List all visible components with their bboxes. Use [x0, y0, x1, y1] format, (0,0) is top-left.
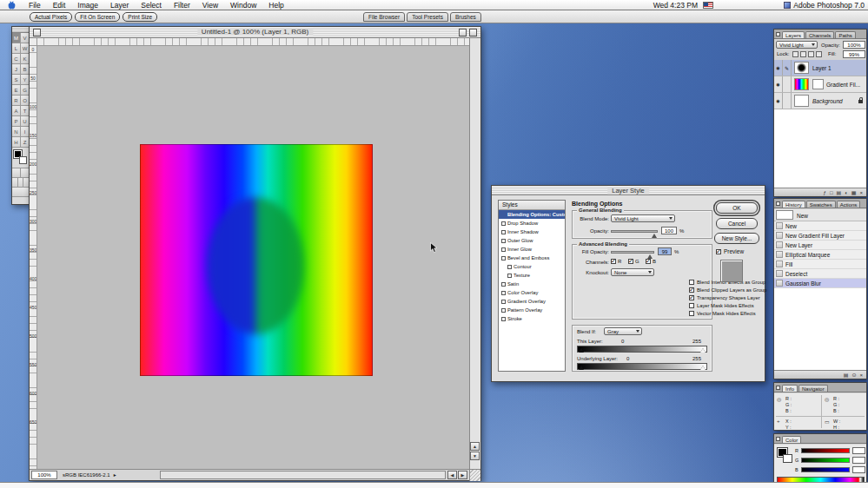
blend-if-dropdown[interactable]: Gray — [604, 327, 642, 335]
blur-tool[interactable]: R — [12, 96, 21, 106]
green-value-field[interactable] — [852, 457, 865, 464]
history-step[interactable]: New Gradient Fill Layer — [774, 231, 866, 241]
lock-image-button[interactable] — [800, 51, 806, 57]
channel-r-checkbox[interactable] — [611, 259, 616, 264]
opacity-slider-thumb[interactable] — [652, 234, 657, 238]
fill-opacity-slider[interactable] — [611, 251, 654, 254]
palette-close-box[interactable] — [776, 437, 780, 441]
style-checkbox[interactable] — [507, 265, 512, 269]
option-checkbox[interactable] — [689, 287, 694, 293]
lock-all-button[interactable] — [816, 51, 822, 57]
style-checkbox[interactable] — [501, 230, 506, 234]
healing-brush-tool[interactable]: J — [12, 64, 21, 75]
blending-option-row[interactable]: Layer Mask Hides Effects — [689, 303, 754, 308]
ok-button[interactable]: OK — [716, 202, 758, 214]
style-checkbox[interactable] — [501, 239, 506, 243]
options-bar-button[interactable]: Print Size — [123, 12, 157, 22]
history-step[interactable]: New — [774, 221, 866, 231]
style-checkbox[interactable] — [507, 274, 512, 278]
new-layer-button[interactable]: ▦ — [851, 189, 857, 195]
image-artwork[interactable] — [140, 144, 373, 376]
collapse-box[interactable] — [459, 29, 467, 36]
blending-option-row[interactable]: Vector Mask Hides Effects — [689, 311, 756, 316]
option-checkbox[interactable] — [689, 303, 694, 308]
layer-row-layer1[interactable]: ◉ ✎ Layer 1 — [774, 60, 866, 76]
status-info-area[interactable]: sRGB IEC61966-2.1 ► — [63, 471, 117, 479]
horizontal-scrollbar[interactable] — [160, 471, 446, 479]
layers-blend-mode-dropdown[interactable]: Vivid Light — [776, 41, 818, 49]
window-resize-grip[interactable] — [469, 470, 480, 481]
new-style-button[interactable]: New Style... — [714, 233, 759, 244]
channel-b-checkbox[interactable] — [646, 259, 651, 264]
background-color-swatch[interactable] — [783, 454, 792, 463]
channel-g-checkbox[interactable] — [628, 259, 633, 264]
visibility-eye-icon[interactable]: ◉ — [774, 93, 783, 109]
link-column[interactable] — [783, 76, 792, 92]
palette-well-tab[interactable]: Brushes — [450, 12, 481, 22]
document-titlebar[interactable]: Untitled-1 @ 100% (Layer 1, RGB) — [30, 27, 480, 38]
eraser-tool[interactable]: E — [12, 85, 21, 96]
style-checkbox[interactable] — [501, 221, 506, 226]
lock-position-button[interactable] — [808, 51, 814, 57]
apple-menu[interactable] — [0, 1, 23, 10]
layers-opacity-field[interactable]: 100% — [843, 41, 865, 49]
fill-opacity-value-field[interactable]: 99 — [658, 247, 672, 255]
red-value-field[interactable] — [852, 447, 865, 454]
this-layer-ramp[interactable] — [577, 346, 707, 353]
snapshot-row[interactable]: New — [774, 209, 866, 221]
tab-channels[interactable]: Channels — [805, 31, 834, 38]
history-step[interactable]: Fill — [774, 260, 866, 269]
style-checkbox[interactable] — [501, 247, 506, 252]
crop-tool[interactable]: C — [12, 54, 21, 64]
keyboard-flag-icon[interactable] — [703, 2, 713, 9]
fullscreen-menubar-mode-button[interactable] — [18, 178, 24, 187]
zoom-box[interactable] — [469, 29, 477, 36]
opacity-value-field[interactable]: 100 — [661, 227, 677, 234]
notes-tool[interactable]: N — [12, 127, 21, 137]
underlying-layer-ramp[interactable] — [577, 363, 707, 370]
palette-well-tab[interactable]: File Browser — [363, 12, 405, 22]
layer-style-list-item[interactable]: Inner Shadow — [499, 228, 565, 236]
hand-tool[interactable]: H — [12, 137, 21, 148]
blending-option-row[interactable]: Blend Clipped Layers as Group — [689, 287, 767, 293]
layer-effects-button[interactable]: ƒ — [824, 190, 826, 195]
snapshot-name[interactable]: New — [797, 213, 808, 219]
layer-style-list-item[interactable]: Blending Options: Custom — [499, 210, 565, 219]
layer1-thumbnail[interactable] — [794, 62, 809, 74]
zoom-percentage-field[interactable]: 100% — [31, 471, 57, 479]
layer-style-list-item[interactable]: Contour — [499, 262, 565, 271]
knockout-dropdown[interactable]: None — [611, 268, 654, 276]
blue-value-field[interactable] — [852, 466, 865, 473]
black-marker-icon[interactable] — [579, 366, 584, 370]
blue-slider[interactable] — [801, 467, 850, 472]
style-checkbox[interactable] — [501, 291, 506, 295]
style-checkbox[interactable] — [501, 317, 506, 321]
history-step[interactable]: Deselect — [774, 269, 866, 279]
visibility-eye-icon[interactable]: ◉ — [774, 76, 783, 92]
menu-item[interactable]: Edit — [47, 0, 72, 10]
menu-item[interactable]: Layer — [104, 0, 135, 10]
layer-style-list-item[interactable]: Drop Shadow — [499, 219, 565, 228]
history-step[interactable]: Gaussian Blur — [774, 279, 866, 288]
layer-style-list-item[interactable]: Inner Glow — [499, 245, 565, 254]
lasso-tool[interactable]: L — [12, 43, 21, 54]
canvas-area[interactable] — [37, 46, 471, 471]
standard-mode-button[interactable] — [12, 168, 21, 177]
layer-style-list-item[interactable]: Color Overlay — [499, 288, 565, 297]
palette-close-box[interactable] — [776, 386, 780, 390]
tab-info[interactable]: Info — [782, 385, 798, 392]
tab-swatches[interactable]: Swatches — [806, 201, 836, 208]
pen-tool[interactable]: P — [12, 116, 21, 127]
gradient-mask-thumbnail[interactable] — [812, 79, 824, 89]
background-layer-name[interactable]: Background — [812, 98, 843, 104]
background-thumbnail[interactable] — [794, 95, 809, 107]
gradient-fill-thumbnail[interactable] — [794, 78, 809, 90]
palette-close-box[interactable] — [776, 32, 780, 36]
visibility-eye-icon[interactable]: ◉ — [774, 60, 783, 76]
blend-mode-dropdown[interactable]: Vivid Light — [611, 214, 675, 222]
menu-item[interactable]: File — [23, 0, 47, 10]
palette-well-tab[interactable]: Tool Presets — [407, 12, 448, 22]
option-checkbox[interactable] — [689, 295, 694, 300]
layer-style-list-item[interactable]: Gradient Overlay — [499, 297, 565, 306]
status-popup-arrow-icon[interactable]: ► — [113, 472, 117, 478]
